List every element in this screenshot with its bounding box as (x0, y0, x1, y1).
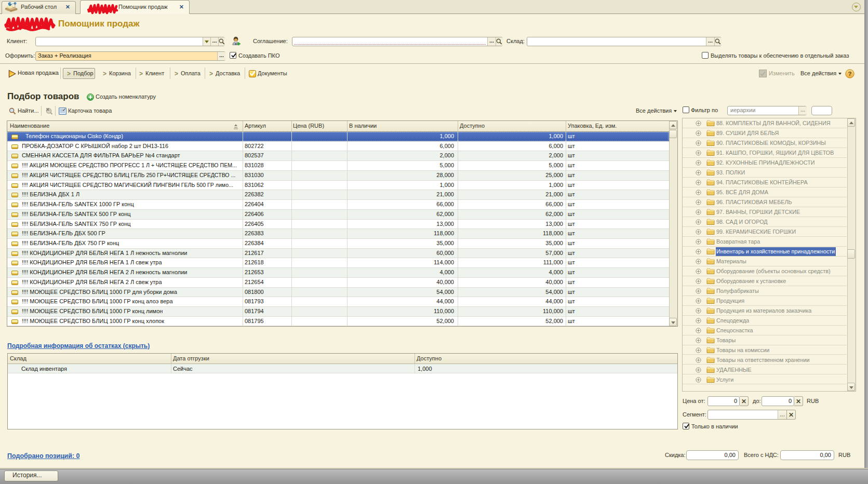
svg-text:?: ? (848, 71, 851, 77)
